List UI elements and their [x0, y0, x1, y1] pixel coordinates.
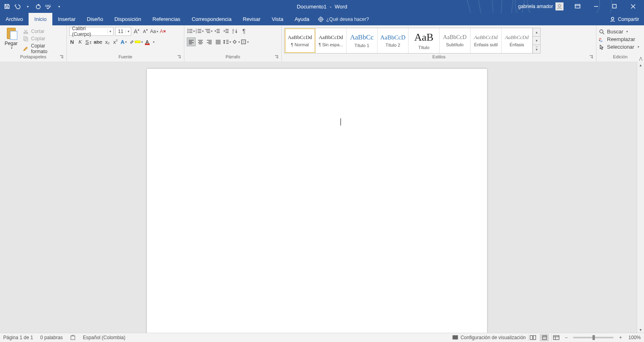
select-button[interactable]: Seleccionar▾ [599, 44, 639, 50]
highlight-button[interactable]: ▾ [129, 38, 143, 45]
zoom-out-button[interactable]: − [563, 335, 569, 340]
font-size-combo[interactable]: 11▾ [115, 27, 131, 36]
subscript-button[interactable]: x2 [105, 38, 110, 45]
format-painter-button[interactable]: Copiar formato [23, 43, 62, 54]
qat-customize-button[interactable]: ▾ [55, 2, 64, 11]
tab-revisar[interactable]: Revisar [237, 13, 266, 25]
parrafo-launcher[interactable] [274, 55, 279, 60]
style-t-tulo[interactable]: AaBTítulo [409, 28, 440, 53]
undo-button[interactable] [13, 2, 22, 11]
tab-ayuda[interactable]: Ayuda [289, 13, 315, 25]
language[interactable]: Español (Colombia) [83, 335, 125, 340]
bold-button[interactable]: N [69, 38, 75, 45]
read-mode-button[interactable] [528, 334, 537, 341]
strike-button[interactable]: abc [94, 38, 102, 45]
decrease-indent-button[interactable] [213, 27, 221, 35]
avatar[interactable] [555, 2, 564, 10]
tab-vista[interactable]: Vista [266, 13, 289, 25]
tell-me-box[interactable]: ¿Qué desea hacer? [318, 13, 369, 25]
font-color-button[interactable]: A▾ [145, 38, 155, 45]
style-t-tulo-2[interactable]: AaBbCcDTítulo 2 [378, 28, 409, 53]
line-spacing-button[interactable]: ▾ [223, 38, 231, 46]
group-fuente: Calibri (Cuerpo)▾ 11▾ A▴ A▾ Aa▾ A✖ N K S… [67, 25, 184, 62]
superscript-button[interactable]: x2 [113, 38, 118, 45]
font-name-combo[interactable]: Calibri (Cuerpo)▾ [69, 27, 114, 36]
tab-correspondencia[interactable]: Correspondencia [186, 13, 237, 25]
styles-gallery[interactable]: AaBbCcDd¶ NormalAaBbCcDd¶ Sin espa...AaB… [284, 28, 533, 54]
style--nfasis[interactable]: AaBbCcDdÉnfasis [502, 28, 533, 53]
group-label-estilos: Estilos [432, 54, 445, 59]
tab-disposicion[interactable]: Disposición [109, 13, 147, 25]
replace-button[interactable]: abacReemplazar [599, 36, 639, 42]
clear-format-button[interactable]: A✖ [159, 27, 167, 35]
tab-diseno[interactable]: Diseño [81, 13, 109, 25]
share-button[interactable]: Compartir [605, 13, 644, 25]
style--nfasis-sutil[interactable]: AaBbCcDdÉnfasis sutil [471, 28, 502, 53]
maximize-button[interactable] [605, 0, 624, 13]
shading-button[interactable]: ▾ [232, 38, 240, 46]
word-count[interactable]: 0 palabras [40, 335, 63, 340]
tab-archivo[interactable]: Archivo [0, 13, 29, 25]
fuente-launcher[interactable] [177, 55, 182, 60]
scroll-up-button[interactable]: ▴ [637, 62, 644, 68]
find-button[interactable]: Buscar▾ [599, 29, 639, 35]
redo-button[interactable] [34, 2, 43, 11]
tab-inicio[interactable]: Inicio [29, 13, 52, 25]
styles-more-button[interactable]: ▾ [533, 45, 540, 53]
style---sin-espa---[interactable]: AaBbCcDd¶ Sin espa... [316, 28, 347, 53]
replace-label: Reemplazar [607, 36, 635, 42]
justify-button[interactable] [214, 38, 222, 46]
bullets-button[interactable]: ▾ [187, 27, 195, 35]
shrink-font-button[interactable]: A▾ [142, 27, 149, 35]
sort-button[interactable]: AZ [231, 27, 239, 35]
portapapeles-launcher[interactable] [59, 55, 64, 60]
style-subt-tulo[interactable]: AaBbCcDSubtítulo [440, 28, 471, 53]
minimize-button[interactable] [587, 0, 605, 13]
close-button[interactable] [624, 0, 642, 13]
page[interactable] [147, 69, 487, 333]
estilos-launcher[interactable] [589, 55, 594, 60]
cut-label: Cortar [31, 29, 44, 34]
display-settings[interactable]: Configuración de visualización [460, 335, 526, 340]
numbering-button[interactable]: 123▾ [196, 27, 204, 35]
svg-point-9 [611, 17, 614, 20]
tab-referencias[interactable]: Referencias [147, 13, 186, 25]
undo-more-button[interactable]: ▾ [23, 2, 32, 11]
increase-indent-button[interactable] [222, 27, 230, 35]
text-effects-button[interactable]: A▾ [121, 38, 127, 45]
show-marks-button[interactable]: ¶ [240, 27, 248, 35]
grow-font-button[interactable]: A▴ [133, 27, 140, 35]
align-left-button[interactable] [187, 37, 196, 46]
print-layout-button[interactable] [540, 334, 549, 341]
zoom-level[interactable]: 100% [628, 335, 641, 340]
change-case-button[interactable]: Aa▾ [151, 27, 158, 35]
paste-button[interactable]: Pegar ▾ [2, 27, 20, 54]
save-button[interactable] [2, 2, 11, 11]
ribbon-options-button[interactable] [568, 0, 587, 13]
tab-insertar[interactable]: Insertar [52, 13, 81, 25]
page-count[interactable]: Página 1 de 1 [3, 335, 33, 340]
display-settings-icon[interactable] [452, 335, 458, 340]
web-layout-button[interactable] [551, 334, 561, 341]
style---normal[interactable]: AaBbCcDd¶ Normal [285, 28, 316, 53]
group-label-parrafo: Párrafo [225, 54, 240, 59]
collapse-ribbon-button[interactable]: ⋀ [639, 56, 642, 61]
align-right-button[interactable] [205, 38, 213, 46]
underline-button[interactable]: S▾ [85, 38, 91, 45]
scroll-down-button[interactable]: ▾ [637, 326, 644, 333]
vertical-scrollbar[interactable]: ▴ ▾ [637, 62, 644, 333]
style-t-tulo-1[interactable]: AaBbCcTítulo 1 [347, 28, 378, 53]
styles-up-button[interactable]: ▴ [533, 28, 540, 37]
proofing-icon[interactable] [70, 335, 76, 340]
zoom-in-button[interactable]: + [617, 335, 623, 340]
multilevel-button[interactable]: ▾ [204, 27, 213, 35]
align-center-button[interactable] [196, 38, 204, 46]
zoom-slider[interactable] [573, 337, 613, 338]
borders-button[interactable]: ▾ [241, 38, 249, 46]
italic-button[interactable]: K [77, 38, 83, 45]
title-bar: ▾ ABC ▾ Documento1 - Word gabriela amado… [0, 0, 644, 13]
copy-button: Copiar [23, 36, 62, 41]
styles-down-button[interactable]: ▾ [533, 37, 540, 45]
spellcheck-button[interactable]: ABC [44, 2, 53, 11]
scroll-track[interactable] [637, 68, 644, 326]
